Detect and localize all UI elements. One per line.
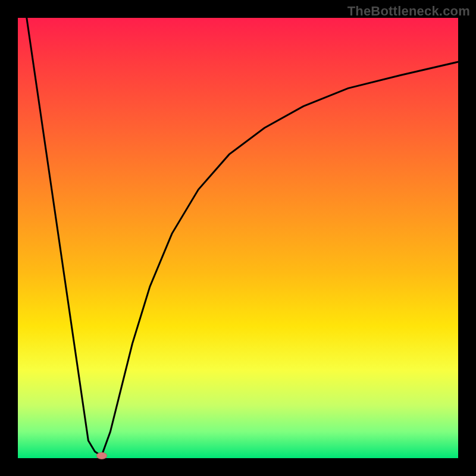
chart-frame: TheBottleneck.com bbox=[0, 0, 476, 476]
optimum-marker bbox=[96, 452, 107, 459]
curve-path bbox=[27, 18, 458, 456]
watermark-text: TheBottleneck.com bbox=[347, 4, 470, 19]
bottleneck-curve bbox=[18, 18, 458, 458]
plot-area bbox=[18, 18, 458, 458]
